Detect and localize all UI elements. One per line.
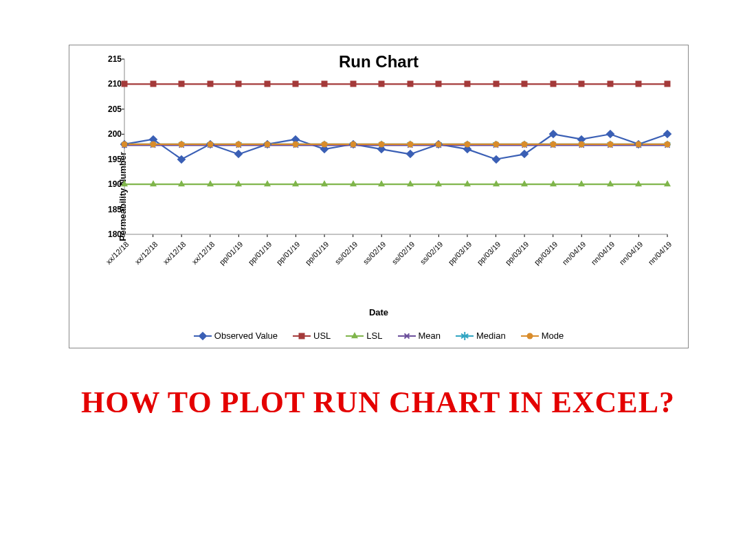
series-marker (578, 180, 585, 186)
series-marker (493, 141, 499, 147)
series-marker (235, 180, 242, 186)
legend-label: LSL (366, 331, 382, 341)
x-tick-label: xx/12/18 (190, 240, 216, 266)
circle-icon (526, 333, 533, 339)
y-tick-label: 190 (108, 179, 122, 189)
y-tick-label: 205 (108, 104, 122, 114)
series-marker (207, 81, 213, 87)
legend-label: Observed Value (214, 331, 278, 341)
series-marker (322, 81, 328, 87)
x-tick-label: pp/01/19 (275, 240, 302, 267)
x-tick-label: ss/02/19 (362, 240, 388, 266)
series-marker (293, 81, 299, 87)
series-marker (150, 141, 156, 147)
series-marker (350, 141, 356, 147)
x-tick-label: xx/12/18 (133, 240, 159, 266)
legend-item: Mean (398, 331, 441, 341)
x-tick-label: pp/03/19 (504, 240, 531, 267)
series-marker (179, 81, 185, 87)
series-marker (236, 81, 242, 87)
x-tick-label: pp/01/19 (247, 240, 274, 267)
legend-label: Mode (542, 331, 564, 341)
triangle-icon (351, 332, 358, 338)
chart-lines (124, 59, 667, 234)
series-marker (321, 180, 328, 186)
x-tick-label: xx/12/18 (104, 240, 131, 266)
series-marker (150, 180, 157, 186)
series-marker (550, 141, 556, 147)
series-marker (607, 180, 614, 186)
legend-item: Observed Value (194, 331, 278, 341)
series-marker (379, 141, 385, 147)
square-icon (299, 333, 305, 339)
series-line (124, 134, 667, 159)
legend-item: Median (456, 331, 506, 341)
series-marker (436, 141, 442, 147)
legend: Observed ValueUSLLSLMeanMedianMode (69, 331, 688, 341)
x-axis-label: Date (69, 307, 688, 317)
legend-swatch (346, 335, 364, 337)
x-tick-label: pp/01/19 (218, 240, 245, 267)
x-tick-label: nn/04/19 (618, 240, 645, 267)
legend-item: Mode (521, 331, 564, 341)
series-marker (521, 180, 528, 186)
series-marker (636, 81, 642, 87)
star-icon (460, 332, 469, 340)
series-marker (322, 141, 328, 147)
y-tick-label: 185 (108, 205, 122, 214)
series-marker (207, 180, 214, 186)
x-tick-label: ss/02/19 (390, 240, 416, 266)
x-tick-label: nn/04/19 (561, 240, 588, 267)
series-marker (407, 180, 414, 186)
series-marker (264, 141, 270, 147)
x-tick-label: pp/03/19 (532, 240, 559, 267)
series-marker (464, 81, 470, 87)
page-caption: How to plot Run chart in excel? (0, 385, 756, 420)
diamond-icon (198, 331, 207, 340)
legend-swatch (521, 335, 539, 337)
x-tick-label: ss/02/19 (419, 240, 445, 266)
series-marker (435, 180, 442, 186)
series-marker (464, 141, 470, 147)
x-tick-label: ss/02/19 (333, 240, 359, 266)
y-tick-label: 180 (108, 230, 122, 239)
series-marker (150, 81, 156, 87)
series-marker (635, 180, 642, 186)
legend-item: LSL (346, 331, 382, 341)
legend-label: USL (313, 331, 331, 341)
series-marker (379, 81, 385, 87)
series-marker (293, 141, 299, 147)
y-tick-label: 210 (108, 79, 122, 89)
x-tick-label: nn/04/19 (590, 240, 616, 267)
series-marker (550, 180, 557, 186)
legend-swatch (194, 335, 212, 337)
xmark-icon (403, 333, 410, 339)
series-marker (665, 141, 671, 147)
series-marker (378, 180, 385, 186)
x-tick-label: nn/04/19 (647, 240, 674, 267)
legend-item: USL (293, 331, 331, 341)
series-marker (664, 180, 671, 186)
series-marker (579, 81, 585, 87)
series-marker (350, 81, 356, 87)
x-ticks: xx/12/18xx/12/18xx/12/18xx/12/18pp/01/19… (124, 236, 667, 298)
x-tick-label: xx/12/18 (162, 240, 188, 266)
series-marker (122, 81, 128, 87)
series-marker (493, 180, 500, 186)
series-marker (179, 141, 185, 147)
plot-area (124, 59, 667, 234)
series-marker (607, 81, 613, 87)
series-marker (665, 81, 671, 87)
y-tick-label: 195 (108, 155, 122, 164)
legend-swatch (398, 335, 416, 337)
y-tick-label: 200 (108, 129, 122, 139)
series-marker (122, 141, 128, 147)
series-marker (264, 81, 270, 87)
legend-label: Median (476, 331, 506, 341)
legend-label: Mean (419, 331, 441, 341)
series-marker (579, 141, 585, 147)
legend-swatch (293, 335, 311, 337)
series-marker (407, 81, 413, 87)
y-tick-label: 215 (108, 54, 122, 64)
series-marker (350, 180, 357, 186)
